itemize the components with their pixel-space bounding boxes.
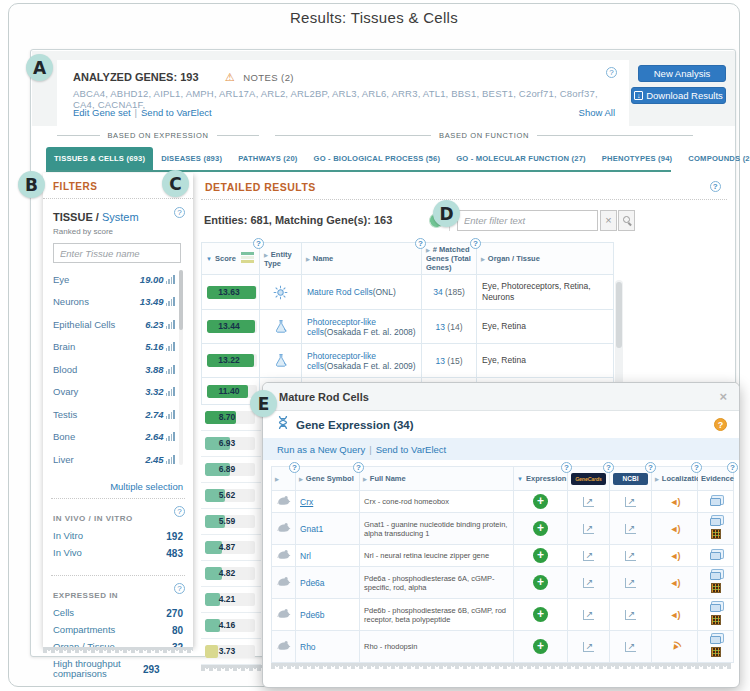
external-link-icon[interactable] [583, 551, 595, 561]
help-icon[interactable] [470, 238, 481, 249]
gene-symbol-link[interactable]: Pde6a [300, 578, 325, 588]
column-header-evidence[interactable]: Evidence [698, 467, 734, 491]
help-icon[interactable] [710, 181, 721, 192]
external-link-icon[interactable] [583, 642, 595, 652]
matched-genes-link[interactable]: 13 [436, 356, 445, 366]
tissue-search-input[interactable] [53, 243, 181, 263]
results-filter-input[interactable] [457, 210, 598, 231]
column-header-genecards[interactable]: GeneCards [568, 467, 610, 491]
expression-plus-icon[interactable] [533, 494, 548, 509]
tissue-filter-item[interactable]: Neurons13.49 [53, 291, 175, 314]
help-icon[interactable] [174, 583, 185, 594]
help-icon[interactable] [714, 418, 727, 431]
publications-icon[interactable] [710, 552, 721, 560]
new-analysis-button[interactable]: New Analysis [638, 65, 726, 82]
external-link-icon[interactable] [625, 610, 637, 620]
popup-send-to-varelect-link[interactable]: Send to VarElect [376, 444, 447, 455]
tab-tissues-cells[interactable]: TISSUES & CELLS (693) [46, 147, 153, 170]
column-header-localization[interactable]: Localization [652, 467, 698, 491]
help-icon[interactable] [561, 462, 572, 473]
column-header-full-name[interactable]: Full Name [360, 467, 514, 491]
tissue-filter-item[interactable]: Liver2.45 [53, 448, 175, 471]
result-row[interactable]: 13.22 Photoreceptor-like cells(Osakada F… [202, 344, 614, 378]
expression-plus-icon[interactable] [533, 548, 548, 563]
help-icon[interactable] [603, 462, 614, 473]
expression-plus-icon[interactable] [533, 521, 548, 536]
tissue-filter-item[interactable]: Bone2.64 [53, 426, 175, 449]
tab-phenotypes[interactable]: PHENOTYPES (94) [594, 147, 681, 170]
gene-symbol-link[interactable]: Pde6b [300, 610, 325, 620]
filter-option-compartments[interactable]: Compartments80 [53, 625, 183, 636]
filter-option-cells[interactable]: Cells270 [53, 608, 183, 619]
close-icon[interactable]: × [719, 383, 727, 411]
filter-option-in-vitro[interactable]: In Vitro192 [53, 531, 183, 542]
search-button[interactable] [618, 210, 635, 231]
external-link-icon[interactable] [625, 642, 637, 652]
help-icon[interactable] [289, 462, 300, 473]
filter-option-organ-tissue[interactable]: Organ / Tissue32 [53, 642, 183, 653]
gene-row[interactable]: Pde6a Pde6a - phosphodiesterase 6A, cGMP… [272, 567, 734, 599]
matched-genes-link[interactable]: 13 [436, 322, 445, 332]
external-link-icon[interactable] [625, 578, 637, 588]
send-to-varelect-link[interactable]: Send to VarElect [141, 107, 212, 118]
external-link-icon[interactable] [625, 551, 637, 561]
result-row[interactable]: 13.63 Mature Rod Cells(ONL) 34 (185) Eye… [202, 275, 614, 310]
gene-symbol-link[interactable]: Rho [300, 642, 316, 652]
clear-filter-button[interactable]: × [600, 210, 617, 231]
microarray-icon[interactable] [711, 615, 721, 625]
microarray-icon[interactable] [711, 583, 721, 593]
publications-icon[interactable] [710, 636, 721, 644]
help-icon[interactable] [253, 238, 264, 249]
gene-row[interactable]: Pde6b Pde6b - phosphodiesterase 6B, cGMP… [272, 599, 734, 631]
column-header-entity-type[interactable]: Entity Type [260, 243, 302, 275]
tab-go-molecular-function[interactable]: GO - MOLECULAR FUNCTION (27) [448, 147, 594, 170]
entity-name-link[interactable]: Mature Rod Cells [307, 287, 373, 297]
tissue-filter-item[interactable]: Blood3.88 [53, 358, 175, 381]
gene-symbol-link[interactable]: Gnat1 [300, 524, 323, 534]
help-icon[interactable] [606, 67, 617, 78]
external-link-icon[interactable] [583, 524, 595, 534]
publications-icon[interactable] [710, 498, 721, 506]
help-icon[interactable] [174, 506, 185, 517]
expression-plus-icon[interactable] [533, 607, 548, 622]
publications-icon[interactable] [710, 518, 721, 526]
external-link-icon[interactable] [583, 578, 595, 588]
microarray-icon[interactable] [711, 529, 721, 539]
external-link-icon[interactable] [583, 610, 595, 620]
tissue-filter-item[interactable]: Eye19.00 [53, 268, 175, 291]
tissue-list-scrollbar[interactable] [179, 270, 183, 465]
notes-link[interactable]: NOTES (2) [243, 72, 294, 83]
result-row[interactable]: 13.44 Photoreceptor-like cells(Osakada F… [202, 310, 614, 344]
system-link[interactable]: System [102, 211, 139, 223]
external-link-icon[interactable] [625, 497, 637, 507]
help-icon[interactable] [691, 462, 702, 473]
external-link-icon[interactable] [625, 524, 637, 534]
gene-symbol-link[interactable]: Crx [300, 497, 313, 507]
tissue-filter-item[interactable]: Epithelial Cells6.23 [53, 313, 175, 336]
help-icon[interactable] [727, 462, 738, 473]
publications-icon[interactable] [710, 572, 721, 580]
gene-row[interactable]: Gnat1 Gnat1 - guanine nucleotide binding… [272, 513, 734, 545]
gene-symbol-link[interactable]: Nrl [300, 551, 311, 561]
column-header-ncbi[interactable]: NCBI [610, 467, 652, 491]
help-icon[interactable] [353, 462, 364, 473]
column-header-gene-symbol[interactable]: Gene Symbol [296, 467, 360, 491]
gene-row[interactable]: Rho Rho - rhodopsin [272, 631, 734, 663]
expression-plus-icon[interactable] [533, 575, 548, 590]
filter-option-in-vivo[interactable]: In Vivo483 [53, 548, 183, 559]
expression-plus-icon[interactable] [533, 639, 548, 654]
help-icon[interactable] [645, 462, 656, 473]
publications-icon[interactable] [710, 604, 721, 612]
score-legend-icon[interactable] [241, 252, 254, 264]
tab-go-biological-process[interactable]: GO - BIOLOGICAL PROCESS (56) [306, 147, 449, 170]
tab-pathways[interactable]: PATHWAYS (20) [230, 147, 305, 170]
matched-genes-link[interactable]: 34 [433, 287, 442, 297]
edit-gene-set-link[interactable]: Edit Gene set [73, 107, 131, 118]
column-header-expression[interactable]: Expression [514, 467, 568, 491]
tab-compounds[interactable]: COMPOUNDS (26) [680, 147, 750, 170]
help-icon[interactable] [415, 238, 426, 249]
column-header-score[interactable]: Score [202, 243, 260, 275]
download-results-button[interactable]: Download Results [631, 87, 726, 104]
microarray-icon[interactable] [711, 647, 721, 657]
tissue-filter-item[interactable]: Ovary3.32 [53, 381, 175, 404]
